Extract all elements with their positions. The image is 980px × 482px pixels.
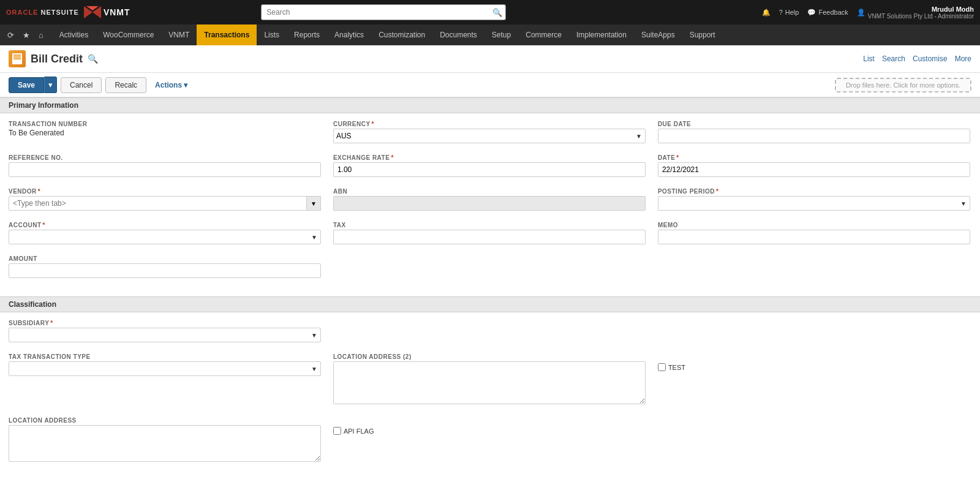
user-menu[interactable]: 👤 Mrudul Modh VNMT Solutions Pty Ltd - A… [857,6,974,20]
nav-item-setup[interactable]: Setup [484,24,518,45]
tax-input[interactable] [333,230,646,244]
currency-select[interactable]: AUS [333,129,646,143]
toolbar: Save ▾ Cancel Recalc Actions ▾ Drop file… [0,73,980,97]
posting-period-select[interactable] [658,196,970,211]
form-col-tax: TAX [333,222,646,249]
tax-transaction-select-wrapper: ▼ [9,361,321,376]
memo-input[interactable] [658,230,970,244]
reference-no-input[interactable] [9,162,321,177]
search-link[interactable]: Search [882,55,905,63]
nav-item-implementation[interactable]: Implementation [569,24,634,45]
vendor-input-wrapper: ▼ [9,196,321,211]
notifications-btn[interactable]: 🔔 [762,9,771,17]
tax-transaction-select[interactable] [9,361,321,376]
help-label: Help [785,9,799,16]
due-date-label: DUE DATE [658,121,970,127]
account-select-wrapper: ▼ [9,230,321,244]
nav-item-support[interactable]: Support [682,24,723,45]
history-btn[interactable]: ⟳ [4,28,18,42]
drop-zone-text: Drop files here. Click for more options. [846,81,960,89]
form-col-transaction: TRANSACTION NUMBER To Be Generated [9,121,321,148]
help-icon: ? [779,9,783,16]
logo-area: ORACLE NETSUITE VNMT [6,6,130,18]
api-flag-checkbox[interactable] [333,427,341,435]
form-col-empty-4 [658,320,970,347]
location-address-textarea[interactable] [9,425,321,462]
amount-input[interactable] [9,263,321,278]
date-label: DATE* [658,154,970,161]
api-flag-field: API FLAG [333,427,646,435]
primary-section-title: Primary Information [9,101,78,110]
form-row-1: TRANSACTION NUMBER To Be Generated CURRE… [9,121,971,148]
search-input[interactable] [261,4,506,20]
test-label: TEST [668,364,685,371]
vnmt-logo-icon [84,6,101,18]
nav-item-woocommerce[interactable]: WooCommerce [96,24,161,45]
save-button-group: Save ▾ [9,77,57,93]
nav-item-activities[interactable]: Activities [52,24,96,45]
search-bar[interactable]: 🔍 [261,4,506,20]
form-col-due-date: DUE DATE [658,121,970,148]
location-address-2-textarea[interactable] [333,361,646,404]
date-input[interactable] [658,162,970,177]
nav-item-reports[interactable]: Reports [287,24,327,45]
nav-item-customization[interactable]: Customization [371,24,432,45]
user-info: Mrudul Modh VNMT Solutions Pty Ltd - Adm… [868,6,974,20]
transaction-number-field: TRANSACTION NUMBER To Be Generated [9,121,321,137]
tax-transaction-type-field: TAX TRANSACTION TYPE ▼ [9,353,321,376]
recalc-button[interactable]: Recalc [105,77,146,93]
list-link[interactable]: List [863,55,875,63]
help-btn[interactable]: ? Help [779,9,799,16]
location-address-2-field: LOCATION ADDRESS (2) [333,353,646,406]
account-select[interactable] [9,230,321,244]
form-col-currency: CURRENCY* AUS ▼ [333,121,646,148]
test-checkbox[interactable] [658,363,666,371]
account-field: ACCOUNT* ▼ [9,222,321,244]
save-dropdown-button[interactable]: ▾ [44,77,57,93]
posting-period-select-wrapper: ▼ [658,196,970,211]
search-icon: 🔍 [492,8,502,17]
nav-menu: Activities WooCommerce VNMT Transactions… [52,24,723,45]
vendor-input[interactable] [9,196,321,211]
due-date-input[interactable] [658,129,970,143]
api-flag-label: API FLAG [344,427,374,435]
currency-select-wrapper: AUS ▼ [333,129,646,143]
customise-link[interactable]: Customise [913,55,948,63]
save-button[interactable]: Save [9,77,44,93]
actions-button[interactable]: Actions ▾ [150,78,192,92]
more-link[interactable]: More [955,55,971,63]
cancel-button[interactable]: Cancel [61,77,102,93]
location-address-field: LOCATION ADDRESS [9,417,321,464]
form-col-test: TEST [658,353,970,411]
nav-item-vnmt[interactable]: VNMT [161,24,197,45]
top-bar: ORACLE NETSUITE VNMT 🔍 🔔 ? Help 💬 Feedba… [0,0,980,24]
main-content: Primary Information TRANSACTION NUMBER T… [0,97,980,482]
page-header: Bill Credit 🔍 List Search Customise More [0,45,980,73]
vendor-dropdown-btn[interactable]: ▼ [306,196,321,211]
feedback-btn[interactable]: 💬 Feedback [807,9,848,17]
user-name: Mrudul Modh [868,6,974,13]
subsidiary-select[interactable] [9,328,321,342]
exchange-rate-input[interactable] [333,162,646,177]
date-field: DATE* [658,154,970,177]
form-col-memo: MEMO [658,222,970,249]
user-icon: 👤 [857,9,865,17]
nav-item-documents[interactable]: Documents [432,24,484,45]
memo-field: MEMO [658,222,970,244]
favorites-btn[interactable]: ★ [19,28,34,42]
drop-zone[interactable]: Drop files here. Click for more options. [835,78,971,92]
nav-item-analytics[interactable]: Analytics [327,24,371,45]
form-col-empty-3 [333,320,646,347]
nav-item-transactions[interactable]: Transactions [197,24,257,45]
page-search-icon[interactable]: 🔍 [88,54,98,64]
form-col-vendor: VENDOR* ▼ [9,188,321,216]
posting-period-field: POSTING PERIOD* ▼ [658,188,970,211]
form-col-tax-transaction: TAX TRANSACTION TYPE ▼ [9,353,321,411]
form-col-empty-1 [333,255,646,283]
abn-input[interactable] [333,196,646,211]
location-address-2-label: LOCATION ADDRESS (2) [333,353,646,360]
nav-item-suiteapps[interactable]: SuiteApps [634,24,682,45]
home-btn[interactable]: ⌂ [35,28,47,42]
nav-item-commerce[interactable]: Commerce [518,24,569,45]
nav-item-lists[interactable]: Lists [257,24,287,45]
